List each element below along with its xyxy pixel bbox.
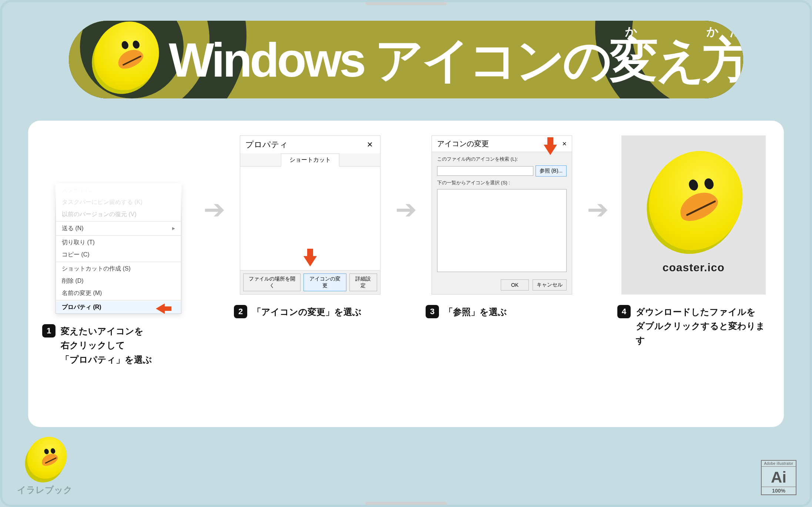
dialog-title: プロパティ — [245, 139, 288, 150]
footer-brand: イラレブック — [17, 441, 73, 496]
steps-panel: スタートに タスクバーにピン留めする (K) 以前のバージョンの復元 (V) 送… — [28, 121, 784, 427]
context-menu-cut[interactable]: 切り取り (T) — [56, 236, 181, 249]
context-menu-rename[interactable]: 名前の変更 (M) — [56, 287, 181, 299]
step-caption: 変えたいアイコンを 右クリックして 「プロパティ」を選ぶ — [61, 324, 152, 367]
close-icon[interactable]: × — [562, 140, 567, 148]
ai-zoom-badge: Adobe illustrator Ai 100% — [761, 460, 796, 495]
step-3: アイコンの変更 × このファイル内のアイコンを検索 (L): 参照 (B)...… — [423, 135, 581, 319]
close-icon[interactable]: × — [365, 139, 375, 150]
context-menu-create-shortcut[interactable]: ショットカットの作成 (S) — [56, 263, 181, 275]
ai-brand-label: Adobe illustrator — [762, 461, 796, 467]
context-menu-send-to[interactable]: 送る (N) ▸ — [56, 222, 181, 235]
icon-path-input[interactable] — [437, 166, 533, 176]
step-number-badge: 3 — [426, 305, 439, 318]
change-icon-button[interactable]: アイコンの変更 — [303, 273, 346, 291]
tab-shortcut[interactable]: ショートカット — [281, 154, 339, 167]
dialog-title: アイコンの変更 — [437, 139, 489, 149]
step-number-badge: 2 — [234, 305, 247, 318]
banner-title-text: Windows アイコンの変かえ方かた — [169, 26, 743, 93]
context-menu-copy[interactable]: コピー (C) — [56, 249, 181, 261]
context-menu-delete[interactable]: 削除 (D) — [56, 275, 181, 287]
cancel-button[interactable]: キャンセル — [533, 279, 567, 291]
step-1: スタートに タスクバーにピン留めする (K) 以前のバージョンの復元 (V) 送… — [39, 135, 198, 367]
submenu-indicator-icon: ▸ — [172, 225, 175, 232]
open-file-location-button[interactable]: ファイルの場所を開く — [243, 273, 301, 291]
coaster-icon — [645, 156, 742, 252]
arrow-left-icon — [156, 303, 165, 314]
ai-zoom-level: 100% — [762, 487, 796, 494]
advanced-button[interactable]: 詳細設定 — [349, 273, 377, 291]
context-menu: スタートに タスクバーにピン留めする (K) 以前のバージョンの復元 (V) 送… — [56, 184, 181, 314]
step-4: coaster.ico 4 ダウンロードしたファイルを ダブルクリックすると変わ… — [614, 135, 773, 347]
flow-arrow-icon: ➔ — [201, 135, 227, 283]
file-name: coaster.ico — [662, 261, 725, 274]
arrow-down-icon — [544, 145, 557, 155]
title-banner: Windows アイコンの変かえ方かた — [69, 21, 743, 98]
icon-listbox[interactable] — [437, 189, 567, 272]
browse-button[interactable]: 参照 (B)... — [536, 165, 567, 177]
coaster-icon — [91, 26, 158, 93]
ai-logo-text: Ai — [762, 467, 796, 487]
step-caption: ダウンロードしたファイルを ダブルクリックすると変わります — [636, 305, 773, 347]
window-bottom-handle — [365, 502, 447, 505]
footer-brand-text: イラレブック — [17, 484, 73, 496]
flow-arrow-icon: ➔ — [393, 135, 419, 283]
properties-dialog: プロパティ × ショートカット ファイルの場所を開く アイコンの変更 詳細設定 — [240, 135, 380, 295]
arrow-down-icon — [303, 256, 317, 266]
step-number-badge: 4 — [617, 305, 631, 318]
context-menu-item[interactable]: スタートに — [56, 184, 181, 196]
context-menu-properties[interactable]: プロパティ (R) — [56, 301, 181, 313]
result-file-card[interactable]: coaster.ico — [621, 135, 766, 295]
flow-arrow-icon: ➔ — [585, 135, 611, 283]
step-number-badge: 1 — [42, 324, 56, 338]
context-menu-item[interactable]: 以前のバージョンの復元 (V) — [56, 208, 181, 221]
window-top-handle — [365, 2, 447, 5]
label-search-in-file: このファイル内のアイコンを検索 (L): — [437, 156, 567, 162]
ok-button[interactable]: OK — [501, 279, 529, 291]
context-menu-item[interactable]: タスクバーにピン留めする (K) — [56, 196, 181, 208]
coaster-icon — [24, 441, 65, 482]
label-select-from-list: 下の一覧からアイコンを選択 (S) : — [437, 179, 567, 186]
change-icon-dialog: アイコンの変更 × このファイル内のアイコンを検索 (L): 参照 (B)...… — [432, 135, 572, 295]
step-caption: 「アイコンの変更」を選ぶ — [252, 305, 362, 319]
step-2: プロパティ × ショートカット ファイルの場所を開く アイコンの変更 詳細設定 … — [231, 135, 389, 319]
step-caption: 「参照」を選ぶ — [444, 305, 507, 319]
